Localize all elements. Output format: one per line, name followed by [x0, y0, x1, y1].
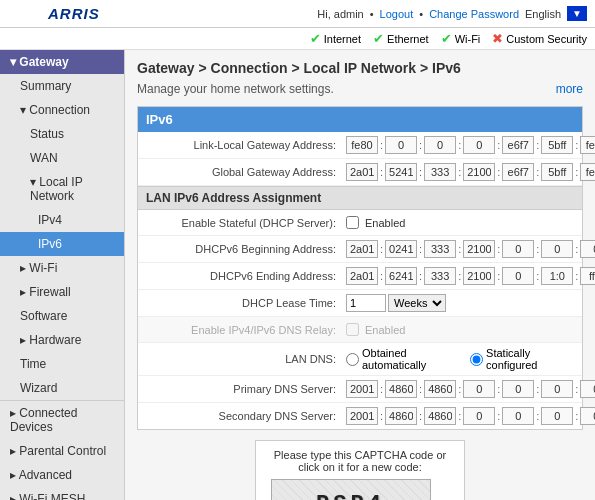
secondary-dns-value: : : : : : : :	[346, 407, 595, 425]
sd-seg-5[interactable]	[541, 407, 573, 425]
lan-dns-auto-radio[interactable]	[346, 353, 359, 366]
link-local-value: : : : : : : :	[346, 136, 595, 154]
sd-seg-2[interactable]	[424, 407, 456, 425]
ll-seg-3[interactable]	[463, 136, 495, 154]
sidebar-item-status[interactable]: Status	[0, 122, 124, 146]
sidebar-item-wizard[interactable]: Wizard	[0, 376, 124, 400]
db-seg-6[interactable]	[580, 240, 595, 258]
pd-seg-2[interactable]	[424, 380, 456, 398]
sidebar-item-local-ip-network[interactable]: ▾ Local IP Network	[0, 170, 124, 208]
pd-seg-3[interactable]	[463, 380, 495, 398]
dhcpv6-begin-row: DHCPv6 Beginning Address: : : : : : : :	[138, 236, 582, 263]
sidebar-item-software[interactable]: Software	[0, 304, 124, 328]
de-seg-6[interactable]	[580, 267, 595, 285]
ll-seg-6[interactable]	[580, 136, 595, 154]
wifi-ok-icon: ✔	[441, 31, 452, 46]
pd-seg-5[interactable]	[541, 380, 573, 398]
ll-seg-4[interactable]	[502, 136, 534, 154]
sd-seg-3[interactable]	[463, 407, 495, 425]
de-seg-5[interactable]	[541, 267, 573, 285]
de-seg-0[interactable]	[346, 267, 378, 285]
language-button[interactable]: ▼	[567, 6, 587, 21]
status-wifi: ✔ Wi-Fi	[441, 31, 481, 46]
topbar: ARRIS Hi, admin • Logout • Change Passwo…	[0, 0, 595, 28]
sd-seg-6[interactable]	[580, 407, 595, 425]
db-seg-3[interactable]	[463, 240, 495, 258]
more-link[interactable]: more	[556, 82, 583, 96]
language-selector: English	[525, 8, 561, 20]
sd-seg-1[interactable]	[385, 407, 417, 425]
de-seg-1[interactable]	[385, 267, 417, 285]
gw-seg-2[interactable]	[424, 163, 456, 181]
dhcp-lease-input[interactable]	[346, 294, 386, 312]
pd-seg-6[interactable]	[580, 380, 595, 398]
captcha-image[interactable]: PSP4	[271, 479, 431, 500]
sidebar-item-ipv6[interactable]: IPv6	[0, 232, 124, 256]
enable-stateful-value: Enabled	[346, 216, 574, 229]
ll-seg-2[interactable]	[424, 136, 456, 154]
dhcpv6-end-label: DHCPv6 Ending Address:	[146, 270, 346, 282]
gw-seg-6[interactable]	[580, 163, 595, 181]
subtitle-text: Manage your home network settings.	[137, 82, 334, 96]
wifi-label: Wi-Fi	[455, 33, 481, 45]
sidebar-item-hardware[interactable]: ▸ Hardware	[0, 328, 124, 352]
db-seg-4[interactable]	[502, 240, 534, 258]
pd-seg-1[interactable]	[385, 380, 417, 398]
ll-seg-5[interactable]	[541, 136, 573, 154]
logo: ARRIS	[8, 5, 100, 22]
db-seg-0[interactable]	[346, 240, 378, 258]
captcha-title: Please type this CAPTCHA code or click o…	[264, 449, 456, 473]
pd-seg-4[interactable]	[502, 380, 534, 398]
de-seg-3[interactable]	[463, 267, 495, 285]
db-seg-5[interactable]	[541, 240, 573, 258]
sidebar-item-summary[interactable]: Summary	[0, 74, 124, 98]
sidebar-item-wifi-mesh[interactable]: ▸ Wi-Fi MESH	[0, 487, 124, 500]
main-content: Gateway > Connection > Local IP Network …	[125, 50, 595, 500]
gw-seg-5[interactable]	[541, 163, 573, 181]
pd-seg-0[interactable]	[346, 380, 378, 398]
dhcpv6-begin-value: : : : : : : : /	[346, 240, 595, 258]
captcha-refresh-icon[interactable]: ↻	[443, 497, 456, 501]
ll-seg-0[interactable]	[346, 136, 378, 154]
enable-ipv4-row: Enable IPv4/IPv6 DNS Relay: Enabled	[138, 317, 582, 343]
gw-seg-4[interactable]	[502, 163, 534, 181]
de-seg-4[interactable]	[502, 267, 534, 285]
captcha-box: Please type this CAPTCHA code or click o…	[255, 440, 465, 500]
gw-seg-1[interactable]	[385, 163, 417, 181]
ethernet-ok-icon: ✔	[373, 31, 384, 46]
global-gw-row: Global Gateway Address: : : : : : : :	[138, 159, 582, 186]
custom-security-label: Custom Security	[506, 33, 587, 45]
sd-seg-0[interactable]	[346, 407, 378, 425]
lan-dns-static-option[interactable]: Statically configured	[470, 347, 574, 371]
gw-seg-3[interactable]	[463, 163, 495, 181]
captcha-code: PSP4	[316, 492, 385, 501]
sidebar-item-connection[interactable]: ▾ Connection	[0, 98, 124, 122]
enable-ipv4-checkbox[interactable]	[346, 323, 359, 336]
sidebar-item-ipv4[interactable]: IPv4	[0, 208, 124, 232]
sidebar-item-time[interactable]: Time	[0, 352, 124, 376]
layout: ▾ Gateway Summary ▾ Connection Status WA…	[0, 50, 595, 500]
change-password-link[interactable]: Change Password	[429, 8, 519, 20]
db-seg-2[interactable]	[424, 240, 456, 258]
dhcp-lease-unit-select[interactable]: Weeks Days Hours	[388, 294, 446, 312]
lan-dns-static-radio[interactable]	[470, 353, 483, 366]
enable-stateful-checkbox[interactable]	[346, 216, 359, 229]
lan-dns-row: LAN DNS: Obtained automatically Statical…	[138, 343, 582, 376]
dhcpv6-begin-label: DHCPv6 Beginning Address:	[146, 243, 346, 255]
sidebar-item-gateway[interactable]: ▾ Gateway	[0, 50, 124, 74]
db-seg-1[interactable]	[385, 240, 417, 258]
de-seg-2[interactable]	[424, 267, 456, 285]
sidebar-item-wifi[interactable]: ▸ Wi-Fi	[0, 256, 124, 280]
sidebar-item-advanced[interactable]: ▸ Advanced	[0, 463, 124, 487]
logout-link[interactable]: Logout	[380, 8, 414, 20]
lan-dns-auto-option[interactable]: Obtained automatically	[346, 347, 462, 371]
sidebar-item-wan[interactable]: WAN	[0, 146, 124, 170]
sidebar: ▾ Gateway Summary ▾ Connection Status WA…	[0, 50, 125, 500]
sidebar-item-parental-control[interactable]: ▸ Parental Control	[0, 439, 124, 463]
ll-seg-1[interactable]	[385, 136, 417, 154]
sidebar-item-firewall[interactable]: ▸ Firewall	[0, 280, 124, 304]
primary-dns-label: Primary DNS Server:	[146, 383, 346, 395]
sd-seg-4[interactable]	[502, 407, 534, 425]
gw-seg-0[interactable]	[346, 163, 378, 181]
sidebar-item-connected-devices[interactable]: ▸ Connected Devices	[0, 401, 124, 439]
